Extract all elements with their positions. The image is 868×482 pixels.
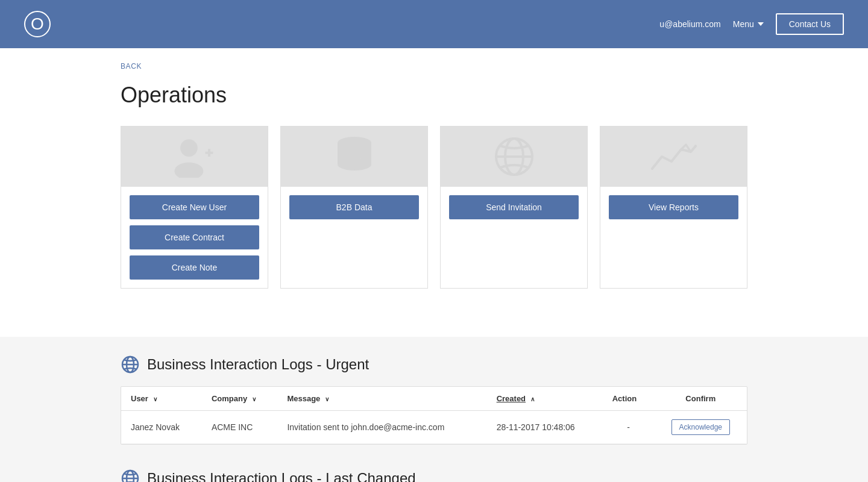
card-b2b-buttons: B2B Data bbox=[281, 187, 427, 228]
create-contract-button[interactable]: Create Contract bbox=[130, 225, 259, 249]
logs-last-changed-section: Business Interaction Logs - Last Changed bbox=[0, 463, 868, 482]
svg-point-0 bbox=[180, 139, 198, 157]
back-link[interactable]: BACK bbox=[121, 62, 142, 70]
view-reports-button[interactable]: View Reports bbox=[609, 195, 738, 219]
cell-created: 28-11-2017 10:48:06 bbox=[487, 411, 603, 444]
create-new-user-button[interactable]: Create New User bbox=[130, 195, 259, 219]
card-invitation-buttons: Send Invitation bbox=[441, 187, 587, 228]
cards-row: Create New User Create Contract Create N… bbox=[121, 126, 747, 289]
contact-us-button[interactable]: Contact Us bbox=[776, 13, 844, 35]
card-reports-buttons: View Reports bbox=[600, 187, 747, 228]
cell-user: Janez Novak bbox=[121, 411, 202, 444]
card-user-buttons: Create New User Create Contract Create N… bbox=[121, 187, 268, 288]
logs-last-changed-icon bbox=[121, 469, 140, 482]
cell-action: - bbox=[603, 411, 655, 444]
col-header-created[interactable]: Created ∧ bbox=[487, 387, 603, 411]
col-header-confirm: Confirm bbox=[655, 387, 747, 411]
page-title: Operations bbox=[121, 83, 747, 108]
svg-point-16 bbox=[127, 471, 134, 482]
logo: O bbox=[24, 11, 51, 37]
svg-point-15 bbox=[122, 471, 138, 482]
cell-company: ACME INC bbox=[202, 411, 278, 444]
table-header-row: User ∨ Company ∨ Message ∨ Created ∧ bbox=[121, 387, 747, 411]
logs-urgent-title: Business Interaction Logs - Urgent bbox=[147, 356, 369, 373]
logs-last-changed-header: Business Interaction Logs - Last Changed bbox=[121, 469, 747, 482]
menu-button[interactable]: Menu bbox=[733, 19, 764, 29]
sort-down-icon: ∨ bbox=[325, 396, 329, 402]
header-right: u@abelium.com Menu Contact Us bbox=[659, 13, 844, 35]
logs-urgent-header: Business Interaction Logs - Urgent bbox=[121, 355, 747, 374]
logs-urgent-section: Business Interaction Logs - Urgent User … bbox=[0, 337, 868, 463]
user-email: u@abelium.com bbox=[659, 19, 720, 29]
card-b2b-icon-area bbox=[281, 127, 427, 187]
table-row: Janez Novak ACME INC Invitation sent to … bbox=[121, 411, 747, 444]
card-invitation: Send Invitation bbox=[440, 126, 588, 289]
database-icon bbox=[336, 136, 373, 178]
sort-down-icon: ∨ bbox=[252, 396, 256, 402]
card-user-icon-area bbox=[121, 127, 268, 187]
cell-message: Invitation sent to john.doe@acme-inc.com bbox=[277, 411, 486, 444]
logs-urgent-table-container: User ∨ Company ∨ Message ∨ Created ∧ bbox=[121, 386, 747, 445]
b2b-data-button[interactable]: B2B Data bbox=[289, 195, 419, 219]
acknowledge-button[interactable]: Acknowledge bbox=[671, 419, 730, 435]
svg-point-8 bbox=[338, 158, 371, 171]
logs-last-changed-title: Business Interaction Logs - Last Changed bbox=[147, 470, 416, 482]
svg-point-1 bbox=[174, 163, 203, 178]
col-header-action: Action bbox=[603, 387, 655, 411]
card-user: Create New User Create Contract Create N… bbox=[121, 126, 268, 289]
col-header-user[interactable]: User ∨ bbox=[121, 387, 202, 411]
header: O u@abelium.com Menu Contact Us bbox=[0, 0, 868, 48]
create-note-button[interactable]: Create Note bbox=[130, 255, 259, 280]
cell-confirm: Acknowledge bbox=[655, 411, 747, 444]
sort-up-icon: ∧ bbox=[530, 396, 535, 402]
chart-icon bbox=[650, 139, 698, 175]
user-plus-icon bbox=[171, 136, 219, 178]
card-reports-icon-area bbox=[600, 127, 747, 187]
main-content: BACK Operations Create New User Create C… bbox=[0, 48, 868, 337]
send-invitation-button[interactable]: Send Invitation bbox=[449, 195, 579, 219]
card-reports: View Reports bbox=[600, 126, 747, 289]
card-b2b: B2B Data bbox=[280, 126, 428, 289]
logs-urgent-icon bbox=[121, 355, 140, 374]
globe-icon bbox=[493, 136, 535, 178]
col-header-company[interactable]: Company ∨ bbox=[202, 387, 278, 411]
logs-urgent-table: User ∨ Company ∨ Message ∨ Created ∧ bbox=[121, 387, 747, 444]
sort-down-icon: ∨ bbox=[153, 396, 157, 402]
col-header-message[interactable]: Message ∨ bbox=[277, 387, 486, 411]
card-invitation-icon-area bbox=[441, 127, 587, 187]
chevron-down-icon bbox=[758, 22, 764, 26]
